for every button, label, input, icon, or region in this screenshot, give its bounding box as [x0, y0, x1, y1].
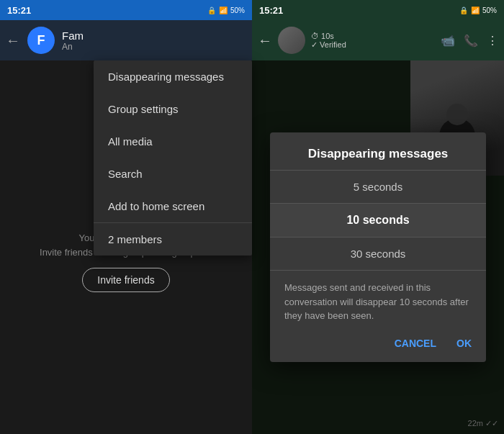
signal-icon-right: 📶: [471, 6, 480, 14]
dialog-actions: CANCEL OK: [270, 327, 486, 362]
status-icons-left: 🔒 📶 50%: [207, 6, 245, 14]
cancel-button[interactable]: CANCEL: [392, 333, 439, 353]
video-call-icon[interactable]: 📹: [441, 34, 455, 48]
avatar-right: [278, 27, 305, 54]
invite-friends-button[interactable]: Invite friends: [82, 268, 169, 292]
right-panel: 15:21 🔒 📶 50% ← ⏱ 10s ✓ Verified 📹 📞 ⋮: [252, 0, 504, 434]
lock-icon-right: 🔒: [459, 6, 468, 14]
header-right-actions: 📹 📞 ⋮: [441, 34, 498, 48]
disappearing-messages-dialog: Disappearing messages 5 seconds 10 secon…: [270, 132, 486, 362]
header-left: ← F Fam An: [0, 20, 252, 60]
menu-item-group-settings[interactable]: Group settings: [94, 93, 252, 125]
option-10-seconds[interactable]: 10 seconds: [270, 203, 486, 237]
avatar-image: [278, 27, 305, 54]
header-right: ← ⏱ 10s ✓ Verified 📹 📞 ⋮: [252, 20, 504, 60]
members-count: 2 members: [94, 223, 252, 256]
verified-badge: ✓ Verified: [311, 40, 435, 50]
group-sub: An: [62, 42, 84, 52]
left-panel: 15:21 🔒 📶 50% ← F Fam An Disappearing me…: [0, 0, 252, 434]
option-5-seconds[interactable]: 5 seconds: [270, 170, 486, 203]
time-right: 15:21: [259, 5, 283, 16]
voice-call-icon[interactable]: 📞: [464, 34, 478, 48]
status-bar-right: 15:21 🔒 📶 50%: [252, 0, 504, 20]
avatar-left: F: [27, 27, 55, 54]
header-info-left: Fam An: [62, 30, 84, 52]
battery-label-right: 50%: [482, 6, 497, 14]
menu-item-all-media[interactable]: All media: [94, 125, 252, 158]
dialog-title: Disappearing messages: [270, 132, 486, 170]
lock-icon: 🔒: [207, 6, 216, 14]
more-options-icon[interactable]: ⋮: [487, 34, 498, 48]
timer-badge: ⏱ 10s: [311, 32, 435, 40]
battery-label-left: 50%: [230, 6, 245, 14]
dropdown-menu: Disappearing messages Group settings All…: [94, 60, 252, 256]
menu-item-search[interactable]: Search: [94, 158, 252, 190]
dialog-description: Messages sent and received in this conve…: [270, 270, 486, 327]
group-name: Fam: [62, 30, 84, 42]
status-icons-right: 🔒 📶 50%: [459, 6, 497, 14]
back-button-right[interactable]: ←: [258, 32, 272, 49]
header-right-info: ⏱ 10s ✓ Verified: [311, 32, 435, 50]
status-bar-left: 15:21 🔒 📶 50%: [0, 0, 252, 20]
dialog-overlay: Disappearing messages 5 seconds 10 secon…: [252, 60, 504, 434]
back-button-left[interactable]: ←: [6, 32, 20, 49]
menu-item-disappearing[interactable]: Disappearing messages: [94, 60, 252, 93]
menu-item-add-home[interactable]: Add to home screen: [94, 190, 252, 222]
ok-button[interactable]: OK: [454, 333, 474, 353]
chat-area-right: 22m ✓✓ Disappearing messages 5 seconds 1…: [252, 60, 504, 434]
time-left: 15:21: [7, 5, 31, 16]
signal-icon: 📶: [219, 6, 228, 14]
option-30-seconds[interactable]: 30 seconds: [270, 237, 486, 270]
